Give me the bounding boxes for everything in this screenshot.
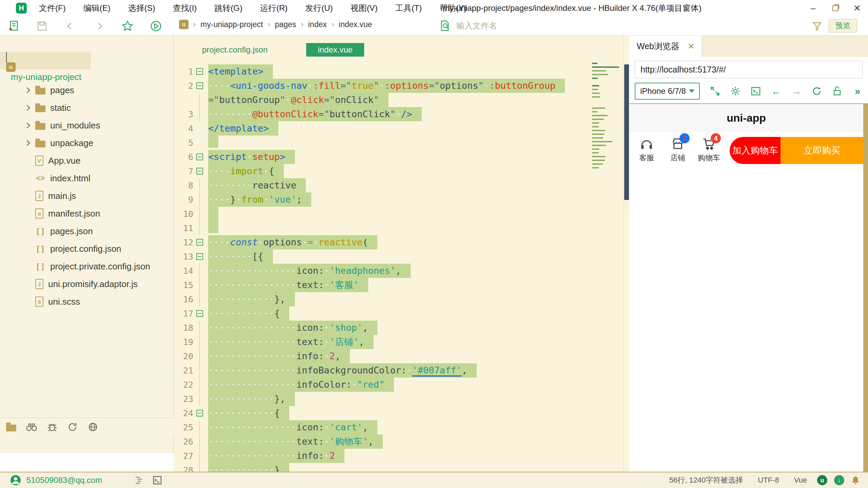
sidebar-item-manifest.json[interactable]: omanifest.json bbox=[0, 205, 173, 222]
bookmark-button[interactable] bbox=[121, 20, 134, 32]
code-line[interactable]: 28············} bbox=[174, 463, 591, 472]
refresh-button[interactable] bbox=[812, 85, 822, 97]
sidebar-item-pages[interactable]: pages bbox=[0, 81, 173, 99]
update-icon[interactable]: ↓ bbox=[834, 475, 844, 485]
code-line[interactable]: 1<template> bbox=[174, 64, 591, 79]
account-email[interactable]: 510509083@qq.com bbox=[26, 475, 102, 485]
binoculars-icon[interactable] bbox=[26, 422, 37, 432]
code-line[interactable]: 9····}·from·'vue'; bbox=[174, 192, 591, 207]
close-button[interactable]: ✕ bbox=[850, 0, 864, 16]
fold-icon[interactable] bbox=[196, 168, 203, 175]
chevron-right-icon[interactable] bbox=[24, 105, 30, 111]
code-line[interactable]: 16············}, bbox=[174, 292, 591, 306]
close-tab-icon[interactable]: ✕ bbox=[688, 42, 694, 51]
file-search-input[interactable] bbox=[456, 21, 599, 30]
code-line[interactable]: 18················icon:·'shop', bbox=[174, 321, 591, 335]
code-line[interactable]: 5 bbox=[174, 136, 591, 150]
files-view-icon[interactable] bbox=[6, 425, 16, 431]
code-line[interactable]: 22················infoColor:·"red" bbox=[174, 378, 591, 392]
breadcrumb-item[interactable]: pages bbox=[275, 20, 296, 29]
code-editor[interactable]: project.config.jsonindex.vue 1<template>… bbox=[174, 36, 629, 472]
sync-icon[interactable] bbox=[67, 422, 78, 432]
goods-nav-item-客服[interactable]: 客服 bbox=[632, 137, 661, 163]
code-line[interactable]: 12····const·options·=·reactive( bbox=[174, 235, 591, 249]
minimize-button[interactable]: – bbox=[806, 0, 820, 16]
filter-button[interactable] bbox=[812, 21, 822, 33]
fold-icon[interactable] bbox=[196, 239, 203, 246]
sidebar-item-uni_modules[interactable]: uni_modules bbox=[0, 117, 173, 134]
console-button[interactable] bbox=[751, 85, 761, 97]
sidebar-item-App.vue[interactable]: VApp.vue bbox=[0, 152, 173, 169]
code-line[interactable]: 8········reactive bbox=[174, 178, 591, 192]
code-line[interactable]: ="buttonGroup"·@click="onClick" bbox=[174, 93, 591, 107]
goods-nav-item-购物车[interactable]: 4购物车 bbox=[694, 137, 724, 163]
menu-item-4[interactable]: 跳转(G) bbox=[214, 3, 242, 14]
selection-info[interactable]: 56行, 1240字符被选择 bbox=[669, 475, 743, 485]
sidebar-item-uni.scss[interactable]: Suni.scss bbox=[0, 293, 173, 310]
chevron-right-icon[interactable] bbox=[24, 123, 30, 128]
browser-forward-button[interactable]: → bbox=[791, 85, 802, 97]
breadcrumb-item[interactable]: my-uniapp-project bbox=[200, 20, 263, 29]
fold-icon[interactable] bbox=[196, 68, 203, 75]
code-line[interactable]: 25················icon:·'cart', bbox=[174, 420, 591, 434]
code-line[interactable]: 17············{ bbox=[174, 306, 591, 321]
goods-nav-button-加入购物车[interactable]: 加入购物车 bbox=[730, 137, 781, 164]
browser-settings-button[interactable] bbox=[730, 85, 741, 97]
code-line[interactable]: 20················info:·2, bbox=[174, 349, 591, 363]
restore-button[interactable] bbox=[829, 0, 842, 16]
outline-icon[interactable] bbox=[135, 476, 144, 485]
code-line[interactable]: 2····<uni-goods-nav·:fill="true"·:option… bbox=[174, 79, 591, 93]
menu-item-3[interactable]: 查找(I) bbox=[173, 3, 197, 14]
sidebar-item-pages.json[interactable]: [ ]pages.json bbox=[0, 222, 173, 240]
minimap[interactable] bbox=[592, 63, 622, 171]
globe-icon[interactable] bbox=[87, 422, 98, 432]
lock-button[interactable] bbox=[832, 85, 842, 97]
editor-scrollbar[interactable] bbox=[623, 36, 629, 472]
uni-helper-icon[interactable]: u bbox=[817, 475, 827, 485]
code-line[interactable]: 3········@buttonClick="buttonClick"·/> bbox=[174, 107, 591, 121]
chevron-right-icon[interactable] bbox=[24, 140, 30, 146]
breadcrumb-item[interactable]: index bbox=[308, 20, 327, 29]
sidebar-item-static[interactable]: static bbox=[0, 99, 173, 117]
sidebar-item-uni.promisify.adaptor.js[interactable]: Juni.promisify.adaptor.js bbox=[0, 275, 173, 293]
sidebar-item-my-uniapp-project[interactable]: umy-uniapp-project bbox=[0, 52, 91, 69]
sidebar-item-project.private.config.json[interactable]: [ ]project.private.config.json bbox=[0, 258, 173, 275]
code-line[interactable]: 21················infoBackgroundColor:·'… bbox=[174, 363, 591, 378]
code-line[interactable]: 14················icon:·'headphones', bbox=[174, 264, 591, 278]
code-line[interactable]: 7····import·{ bbox=[174, 164, 591, 178]
code-line[interactable]: 26················text:·'购物车', bbox=[174, 434, 591, 449]
code-line[interactable]: 6<script·setup> bbox=[174, 150, 591, 164]
new-file-button[interactable] bbox=[7, 20, 20, 32]
editor-tab-index.vue[interactable]: index.vue bbox=[306, 43, 364, 57]
code-line[interactable]: 19················text:·'店铺', bbox=[174, 335, 591, 349]
menu-item-1[interactable]: 编辑(E) bbox=[83, 3, 111, 14]
editor-tab-project.config.json[interactable]: project.config.json bbox=[191, 43, 279, 57]
code-line[interactable]: 15················text:·'客服' bbox=[174, 278, 591, 292]
resize-button[interactable] bbox=[710, 85, 720, 97]
terminal-small-icon[interactable] bbox=[153, 476, 162, 485]
browser-back-button[interactable]: ← bbox=[771, 85, 781, 97]
encoding-label[interactable]: UTF-8 bbox=[758, 476, 779, 485]
device-select[interactable]: iPhone 6/7/8 bbox=[635, 83, 700, 100]
menu-item-5[interactable]: 运行(R) bbox=[260, 3, 288, 14]
menu-item-2[interactable]: 选择(S) bbox=[128, 3, 155, 14]
bell-icon[interactable] bbox=[851, 475, 860, 485]
fold-icon[interactable] bbox=[196, 154, 203, 160]
editor-scrollbar-thumb[interactable] bbox=[624, 64, 629, 200]
chevron-down-icon[interactable] bbox=[6, 52, 7, 63]
save-button[interactable] bbox=[36, 20, 48, 32]
fold-icon[interactable] bbox=[196, 253, 203, 260]
language-mode-label[interactable]: Vue bbox=[794, 476, 807, 485]
run-button[interactable] bbox=[150, 20, 162, 32]
sidebar-item-main.js[interactable]: Jmain.js bbox=[0, 187, 173, 205]
goods-nav-item-店铺[interactable]: 2店铺 bbox=[663, 137, 692, 163]
fold-icon[interactable] bbox=[196, 310, 203, 317]
url-input[interactable] bbox=[635, 61, 863, 78]
goods-nav-button-立即购买[interactable]: 立即购买 bbox=[781, 137, 863, 164]
debug-icon[interactable] bbox=[47, 422, 58, 432]
file-search[interactable] bbox=[439, 19, 629, 33]
menu-item-0[interactable]: 文件(F) bbox=[39, 3, 66, 14]
nav-back-button[interactable] bbox=[64, 20, 77, 32]
code-line[interactable]: 10 bbox=[174, 207, 591, 221]
menu-item-7[interactable]: 视图(V) bbox=[351, 3, 378, 14]
